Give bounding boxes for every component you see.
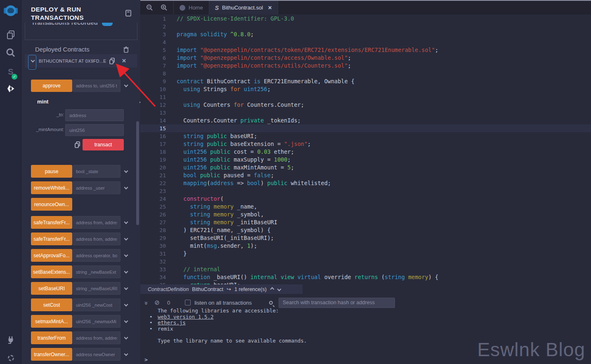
code-line[interactable]: 30 mint(msg.sender, 1); xyxy=(140,242,591,250)
chevron-down-icon[interactable] xyxy=(124,336,128,340)
solidity-compiler-icon[interactable]: S ✓ xyxy=(0,65,21,78)
zoom-out-icon[interactable] xyxy=(146,4,153,11)
mint-function-label[interactable]: mint xyxy=(37,99,48,105)
search-icon[interactable] xyxy=(0,46,21,59)
code-line[interactable]: 26 string memory _symbol, xyxy=(140,211,591,218)
code-line[interactable]: 27 string memory _initBaseURI xyxy=(140,218,591,226)
function-param-input[interactable] xyxy=(73,216,121,229)
code-line[interactable]: 19 uint256 public maxSupply = 1000; xyxy=(140,156,591,164)
function-param-input[interactable] xyxy=(73,282,121,295)
function-button[interactable]: transferFrom xyxy=(31,331,72,344)
code-line[interactable]: 25 string memory _name, xyxy=(140,203,591,211)
code-line[interactable]: 10 using Strings for uint256; xyxy=(140,85,591,93)
code-line[interactable]: 32 xyxy=(140,258,591,265)
function-button[interactable]: renounceOwn... xyxy=(31,198,72,211)
code-editor[interactable]: 1// SPDX-License-Identifier: GPL-3.023pr… xyxy=(140,14,591,284)
function-param-input[interactable] xyxy=(73,165,121,178)
terminal-search-input[interactable] xyxy=(279,298,395,308)
code-line[interactable]: 11 xyxy=(140,93,591,101)
goto-reference-icon[interactable]: ↪ xyxy=(227,286,231,292)
terminal-link[interactable]: ethers.js xyxy=(140,320,307,326)
code-line[interactable]: 4 xyxy=(140,38,591,46)
trash-icon[interactable] xyxy=(123,47,129,53)
chevron-down-icon[interactable] xyxy=(124,270,128,274)
code-line[interactable]: 18 uint256 public cost = 0.03 ether; xyxy=(140,148,591,156)
function-param-input[interactable] xyxy=(73,298,121,311)
terminal-prompt[interactable]: > xyxy=(144,357,148,363)
copy-calldata-icon[interactable] xyxy=(74,141,80,148)
remix-logo-icon[interactable] xyxy=(0,3,21,20)
function-param-input[interactable] xyxy=(73,315,121,328)
chevron-down-icon[interactable] xyxy=(124,83,128,87)
panel-scrollbar[interactable] xyxy=(136,121,139,225)
terminal-link[interactable]: web3 version 1.5.2 xyxy=(140,314,307,320)
code-line[interactable]: 15 xyxy=(140,124,591,132)
code-line[interactable]: 21 bool public paused = false; xyxy=(140,171,591,179)
function-button[interactable]: pause xyxy=(31,165,72,178)
function-param-input[interactable] xyxy=(73,265,121,278)
close-icon[interactable]: ✕ xyxy=(122,58,126,64)
settings-gear-icon[interactable] xyxy=(0,352,21,364)
zoom-in-icon[interactable] xyxy=(161,4,168,11)
code-line[interactable]: 20 uint256 public maxMintAmount = 5; xyxy=(140,164,591,171)
clear-console-icon[interactable]: ⊘ xyxy=(154,299,160,306)
chevron-down-icon[interactable] xyxy=(124,303,128,307)
function-button[interactable]: setmaxMintA... xyxy=(31,315,72,328)
function-param-input[interactable] xyxy=(73,249,121,262)
mint-amount-input[interactable] xyxy=(65,124,124,136)
chevron-down-icon[interactable] xyxy=(124,169,128,173)
code-line[interactable]: 31 } xyxy=(140,250,591,258)
function-param-input[interactable] xyxy=(73,181,121,194)
approve-button[interactable]: approve xyxy=(31,80,72,92)
code-line[interactable]: 12 using Counters for Counters.Counter; xyxy=(140,101,591,109)
previous-reference-icon[interactable] xyxy=(270,287,274,291)
code-line[interactable]: 33 // internal xyxy=(140,265,591,273)
function-button[interactable]: transferOwner... xyxy=(31,348,72,361)
code-line[interactable]: 3pragma solidity ^0.8.0; xyxy=(140,31,591,38)
code-line[interactable]: 16 string public baseURI; xyxy=(140,132,591,140)
code-line[interactable]: 24 constructor( xyxy=(140,195,591,203)
function-param-input[interactable] xyxy=(73,232,121,245)
code-line[interactable]: 23 xyxy=(140,187,591,195)
approve-params-input[interactable] xyxy=(73,80,121,92)
code-line[interactable]: 17 string public baseExtension = ".json"… xyxy=(140,140,591,148)
mint-to-input[interactable] xyxy=(65,109,124,121)
chevron-down-icon[interactable] xyxy=(124,186,128,190)
code-line[interactable]: 1// SPDX-License-Identifier: GPL-3.0 xyxy=(140,15,591,23)
collapse-terminal-icon[interactable]: » xyxy=(143,301,150,304)
next-reference-icon[interactable] xyxy=(277,287,281,291)
copy-address-icon[interactable] xyxy=(109,58,115,64)
chevron-down-icon[interactable] xyxy=(124,352,128,356)
function-button[interactable]: setBaseExtens... xyxy=(31,265,72,278)
terminal-search-icon[interactable] xyxy=(269,301,273,305)
code-line[interactable]: 9contract BithuContract is ERC721Enumera… xyxy=(140,77,591,85)
plugin-manager-icon[interactable] xyxy=(0,333,21,346)
chevron-down-icon[interactable] xyxy=(124,253,128,257)
tab-bithucontract[interactable]: S BithuContract.sol ✕ xyxy=(209,1,278,14)
code-line[interactable]: 29 setBaseURI(_initBaseURI); xyxy=(140,234,591,242)
chevron-down-icon[interactable] xyxy=(124,286,128,290)
chevron-up-icon[interactable] xyxy=(139,101,140,105)
code-line[interactable]: 22 mapping(address => bool) public white… xyxy=(140,179,591,187)
function-button[interactable]: setCost xyxy=(31,298,72,311)
deployed-contract-row[interactable]: BITHUCONTRACT AT 0X9FD...E ✕ xyxy=(25,54,137,68)
chevron-down-icon[interactable] xyxy=(124,220,128,224)
chevron-down-icon[interactable] xyxy=(124,237,128,241)
listen-checkbox[interactable] xyxy=(185,300,191,305)
code-line[interactable]: 13 xyxy=(140,109,591,117)
code-line[interactable]: 35 return baseURI; xyxy=(140,281,591,284)
file-explorer-icon[interactable] xyxy=(0,27,21,42)
deploy-run-icon[interactable] xyxy=(0,82,21,95)
function-button[interactable]: safeTransferFr... xyxy=(31,216,72,229)
code-line[interactable]: 34 function _baseURI() internal view vir… xyxy=(140,273,591,281)
function-button[interactable]: removeWhiteli... xyxy=(31,181,72,194)
tab-home[interactable]: Home xyxy=(174,1,209,14)
function-param-input[interactable] xyxy=(73,348,121,361)
code-line[interactable]: 28 ) ERC721(_name, _symbol) { xyxy=(140,226,591,234)
code-line[interactable]: 8 xyxy=(140,70,591,77)
docs-book-icon[interactable] xyxy=(125,10,132,16)
code-line[interactable]: 7import "@openzeppelin/contracts/utils/C… xyxy=(140,62,591,70)
code-line[interactable]: 14 Counters.Counter private _tokenIds; xyxy=(140,117,591,124)
code-line[interactable]: 6import "@openzeppelin/contracts/access/… xyxy=(140,54,591,62)
function-button[interactable]: setApprovalFo... xyxy=(31,249,72,262)
